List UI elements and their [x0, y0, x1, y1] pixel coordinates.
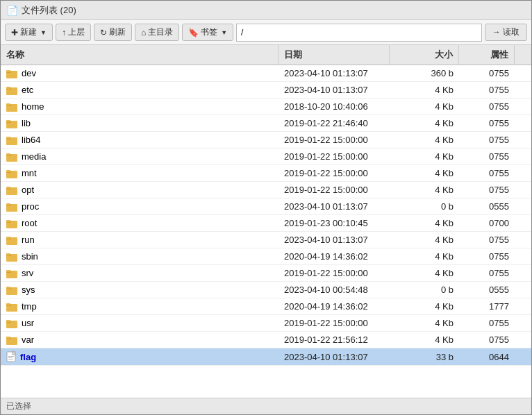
file-attr: 0755: [459, 65, 515, 81]
file-size: 4 Kb: [390, 232, 459, 248]
file-attr: 0755: [459, 232, 515, 248]
status-text: 已选择: [6, 400, 31, 412]
table-row[interactable]: sbin 2020-04-19 14:36:024 Kb0755: [1, 248, 531, 265]
folder-icon: [6, 219, 17, 228]
file-date: 2019-01-22 15:00:00: [279, 132, 390, 148]
file-name-cell: home: [1, 99, 279, 115]
new-label: 新建: [20, 26, 37, 38]
file-name: etc: [22, 85, 33, 95]
svg-rect-50: [6, 337, 10, 339]
table-row[interactable]: run 2023-04-10 01:13:074 Kb0755: [1, 232, 531, 248]
file-size: 0 b: [390, 198, 459, 214]
file-name: dev: [22, 68, 36, 78]
file-date: 2023-04-10 01:13:07: [279, 232, 390, 248]
file-attr: 0755: [459, 248, 515, 264]
bookmark-dropdown-arrow: ▼: [221, 29, 227, 36]
svg-rect-5: [6, 87, 10, 89]
svg-rect-11: [6, 120, 10, 122]
table-row[interactable]: usr 2019-01-22 15:00:004 Kb0755: [1, 315, 531, 332]
file-date: 2019-01-22 15:00:00: [279, 165, 390, 181]
file-name-cell: root: [1, 215, 279, 231]
file-attr: 0755: [459, 132, 515, 148]
svg-rect-44: [6, 303, 10, 305]
table-row[interactable]: home 2018-10-20 10:40:064 Kb0755: [1, 99, 531, 115]
file-name-cell: dev: [1, 65, 279, 81]
folder-icon: [6, 235, 17, 245]
file-name: opt: [22, 185, 34, 195]
folder-icon: [6, 119, 17, 128]
svg-rect-26: [6, 203, 10, 205]
file-name: sbin: [22, 251, 38, 262]
file-size: 33 b: [390, 349, 459, 365]
file-name-cell: media: [1, 149, 279, 164]
table-row[interactable]: srv 2019-01-22 15:00:004 Kb0755: [1, 265, 531, 282]
path-input[interactable]: [236, 24, 482, 42]
home-button[interactable]: ⌂ 主目录: [135, 24, 179, 41]
folder-icon: [6, 319, 17, 328]
file-name-cell: tmp: [1, 298, 279, 314]
table-row[interactable]: sys 2023-04-10 00:54:480 b0555: [1, 282, 531, 298]
file-size: 4 Kb: [390, 248, 459, 264]
file-table: 名称 日期 大小 属性 dev 2023-04-10 01:13:07360 b…: [1, 45, 531, 398]
file-attr: 0755: [459, 149, 515, 164]
table-row[interactable]: proc 2023-04-10 01:13:070 b0555: [1, 198, 531, 215]
title-bar: 📄 文件列表 (20): [1, 1, 531, 20]
file-date: 2023-04-10 00:54:48: [279, 282, 390, 298]
file-attr: 0700: [459, 215, 515, 231]
header-size: 大小: [390, 45, 459, 65]
table-row[interactable]: media 2019-01-22 15:00:004 Kb0755: [1, 149, 531, 165]
file-attr: 0755: [459, 115, 515, 131]
svg-rect-14: [6, 137, 10, 139]
up-button[interactable]: ↑ 上层: [56, 24, 91, 41]
window-title: 文件列表 (20): [22, 4, 76, 17]
table-row[interactable]: lib 2019-01-22 21:46:404 Kb0755: [1, 115, 531, 132]
file-date: 2018-10-20 10:40:06: [279, 99, 390, 115]
file-name: var: [22, 334, 34, 345]
file-name-cell: lib: [1, 115, 279, 131]
svg-rect-47: [6, 320, 10, 322]
new-icon: ✚: [11, 28, 18, 37]
file-name: flag: [20, 352, 36, 362]
file-attr: 0644: [459, 349, 515, 365]
file-date: 2019-01-22 15:00:00: [279, 149, 390, 164]
file-date: 2023-04-10 01:13:07: [279, 349, 390, 365]
file-name-cell: var: [1, 332, 279, 348]
file-date: 2023-04-10 01:13:07: [279, 198, 390, 214]
bookmark-button[interactable]: 🔖 书签 ▼: [182, 24, 233, 41]
home-label: 主目录: [148, 26, 173, 38]
file-date: 2019-01-22 15:00:00: [279, 265, 390, 281]
file-name: home: [22, 101, 44, 112]
file-date: 2019-01-22 21:46:40: [279, 115, 390, 131]
header-name: 名称: [1, 45, 279, 65]
file-attr: 1777: [459, 298, 515, 314]
table-row[interactable]: tmp 2020-04-19 14:36:024 Kb1777: [1, 298, 531, 315]
file-name: lib64: [22, 135, 40, 145]
file-name-cell: lib64: [1, 132, 279, 148]
table-row[interactable]: var 2019-01-22 21:56:124 Kb0755: [1, 332, 531, 348]
table-row[interactable]: opt 2019-01-22 15:00:004 Kb0755: [1, 182, 531, 198]
refresh-button[interactable]: ↻ 刷新: [94, 24, 132, 41]
table-row[interactable]: mnt 2019-01-22 15:00:004 Kb0755: [1, 165, 531, 182]
file-manager-window: 📄 文件列表 (20) ✚ 新建 ▼ ↑ 上层 ↻ 刷新 ⌂ 主目录 🔖 书签 …: [0, 0, 532, 415]
new-button[interactable]: ✚ 新建 ▼: [5, 24, 53, 41]
svg-rect-17: [6, 153, 10, 155]
svg-rect-53: [8, 356, 14, 357]
svg-rect-8: [6, 103, 10, 105]
file-attr: 0755: [459, 82, 515, 98]
table-row[interactable]: root 2019-01-23 00:10:454 Kb0700: [1, 215, 531, 232]
file-date: 2023-04-10 01:13:07: [279, 65, 390, 81]
table-row[interactable]: etc 2023-04-10 01:13:074 Kb0755: [1, 82, 531, 99]
folder-icon: [6, 152, 17, 162]
file-date: 2020-04-19 14:36:02: [279, 298, 390, 314]
table-row[interactable]: dev 2023-04-10 01:13:07360 b0755: [1, 65, 531, 82]
table-row[interactable]: flag 2023-04-10 01:13:0733 b0644: [1, 348, 531, 366]
file-name: srv: [22, 268, 33, 278]
file-name-cell: sys: [1, 282, 279, 298]
file-name-cell: proc: [1, 198, 279, 214]
file-name: sys: [22, 285, 35, 295]
table-row[interactable]: lib64 2019-01-22 15:00:004 Kb0755: [1, 132, 531, 149]
header-attr: 属性: [459, 45, 515, 65]
file-name-cell: run: [1, 232, 279, 248]
read-button[interactable]: → 读取: [485, 24, 527, 41]
bookmark-label: 书签: [201, 26, 217, 38]
